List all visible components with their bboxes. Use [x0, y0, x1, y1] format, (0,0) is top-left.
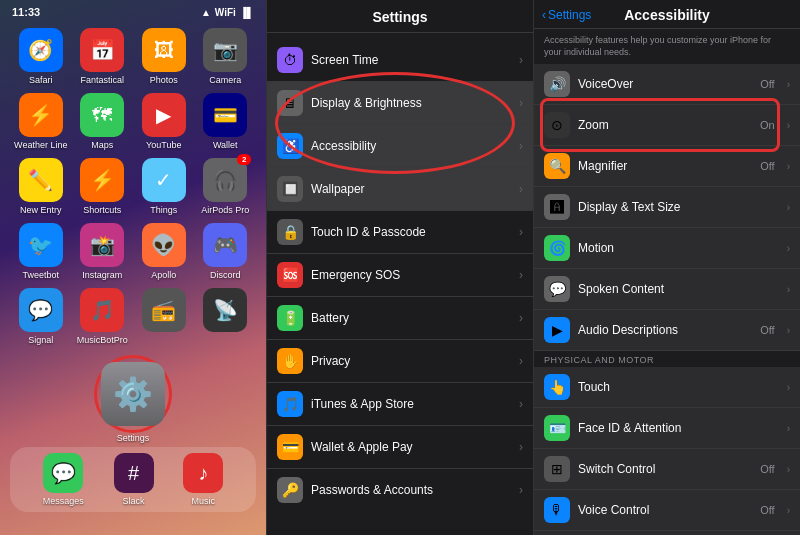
app-icon[interactable]: ⚡ Shortcuts: [76, 158, 130, 215]
row-icon: ✋: [277, 348, 303, 374]
dock-app-icon[interactable]: 💬 Messages: [43, 453, 84, 506]
accessibility-row[interactable]: 🔍 Magnifier Off ›: [534, 146, 800, 187]
app-icon[interactable]: ✏️ New Entry: [14, 158, 68, 215]
row-arrow-icon: ›: [519, 53, 523, 67]
app-label: Wallet: [213, 140, 238, 150]
time-display: 11:33: [12, 6, 40, 18]
dock-app-icon[interactable]: # Slack: [114, 453, 154, 506]
accessibility-row[interactable]: ▶ Audio Descriptions Off ›: [534, 310, 800, 351]
app-icon-image: ▶: [142, 93, 186, 137]
row-label: Display & Brightness: [311, 96, 511, 110]
acc-physical-row-arrow-icon: ›: [787, 505, 790, 516]
back-chevron-icon: ‹: [542, 8, 546, 22]
app-icon[interactable]: ✓ Things: [137, 158, 191, 215]
app-icon[interactable]: 💳 Wallet: [199, 93, 253, 150]
acc-physical-row-arrow-icon: ›: [787, 464, 790, 475]
app-icon[interactable]: 🎵 MusicBotPro: [76, 288, 130, 345]
row-icon: 🆘: [277, 262, 303, 288]
acc-row-label: Zoom: [578, 118, 752, 132]
acc-physical-row-value: Off: [760, 463, 774, 475]
settings-row[interactable]: 🆘 Emergency SOS ›: [267, 254, 533, 297]
status-icons: ▲ WiFi ▐▌: [201, 7, 254, 18]
settings-row[interactable]: ♿ Accessibility ›: [267, 125, 533, 168]
settings-highlight[interactable]: ⚙️ Settings: [88, 355, 178, 443]
settings-row[interactable]: 💳 Wallet & Apple Pay ›: [267, 426, 533, 469]
app-icon[interactable]: ⚡ Weather Line: [14, 93, 68, 150]
app-icon-image: 💬: [19, 288, 63, 332]
acc-physical-row-icon: ⊞: [544, 456, 570, 482]
app-label: Instagram: [82, 270, 122, 280]
acc-physical-row-icon: 🪪: [544, 415, 570, 441]
app-label: AirPods Pro: [201, 205, 249, 215]
app-icon-image: 🎵: [80, 288, 124, 332]
accessibility-physical-row[interactable]: ⊞ Switch Control Off ›: [534, 449, 800, 490]
accessibility-rows-physical: 👆 Touch › 🪪 Face ID & Attention › ⊞ Swit…: [534, 367, 800, 535]
accessibility-physical-row[interactable]: 👆 Touch ›: [534, 367, 800, 408]
accessibility-description: Accessibility features help you customiz…: [534, 29, 800, 64]
row-icon: 💳: [277, 434, 303, 460]
app-icon[interactable]: 📷 Camera: [199, 28, 253, 85]
acc-physical-row-icon: 👆: [544, 374, 570, 400]
app-label: Tweetbot: [22, 270, 59, 280]
accessibility-row[interactable]: 🔊 VoiceOver Off ›: [534, 64, 800, 105]
app-icon[interactable]: 📅 Fantastical: [76, 28, 130, 85]
acc-row-arrow-icon: ›: [787, 79, 790, 90]
row-arrow-icon: ›: [519, 268, 523, 282]
app-icon-image: 📅: [80, 28, 124, 72]
acc-row-value: On: [760, 119, 775, 131]
accessibility-row[interactable]: ⊙ Zoom On ›: [534, 105, 800, 146]
app-icon[interactable]: 🎧 2 AirPods Pro: [199, 158, 253, 215]
row-arrow-icon: ›: [519, 139, 523, 153]
app-label: Apollo: [151, 270, 176, 280]
accessibility-row[interactable]: 🌀 Motion ›: [534, 228, 800, 269]
app-label: MusicBotPro: [77, 335, 128, 345]
settings-row[interactable]: ⏱ Screen Time ›: [267, 39, 533, 82]
app-icon[interactable]: 👽 Apollo: [137, 223, 191, 280]
dock-app-label: Slack: [123, 496, 145, 506]
app-icon[interactable]: 🖼 Photos: [137, 28, 191, 85]
app-icon[interactable]: 🧭 Safari: [14, 28, 68, 85]
row-icon: ♿: [277, 133, 303, 159]
accessibility-row[interactable]: 💬 Spoken Content ›: [534, 269, 800, 310]
acc-row-icon: 🔊: [544, 71, 570, 97]
app-icon[interactable]: 💬 Signal: [14, 288, 68, 345]
row-label: Accessibility: [311, 139, 511, 153]
back-button[interactable]: ‹ Settings: [542, 8, 591, 22]
settings-panel: Settings ⏱ Screen Time › 🖥 Display & Bri…: [266, 0, 533, 535]
accessibility-physical-row[interactable]: ⬜ Side Button ›: [534, 531, 800, 535]
acc-row-value: Off: [760, 160, 774, 172]
row-label: Screen Time: [311, 53, 511, 67]
settings-row[interactable]: ✋ Privacy ›: [267, 340, 533, 383]
settings-row[interactable]: 🔲 Wallpaper ›: [267, 168, 533, 211]
acc-row-icon: ▶: [544, 317, 570, 343]
row-arrow-icon: ›: [519, 354, 523, 368]
app-icon[interactable]: 🐦 Tweetbot: [14, 223, 68, 280]
app-icon-image: ✓: [142, 158, 186, 202]
acc-row-label: Motion: [578, 241, 779, 255]
battery-icon: ▐▌: [240, 7, 254, 18]
acc-row-arrow-icon: ›: [787, 161, 790, 172]
app-icon[interactable]: 📸 Instagram: [76, 223, 130, 280]
app-icon[interactable]: ▶ YouTube: [137, 93, 191, 150]
dock-icon-image: ♪: [183, 453, 223, 493]
row-icon: 🔑: [277, 477, 303, 503]
back-label: Settings: [548, 8, 591, 22]
app-icon[interactable]: 🗺 Maps: [76, 93, 130, 150]
settings-row[interactable]: 🔒 Touch ID & Passcode ›: [267, 211, 533, 254]
accessibility-physical-row[interactable]: 🪪 Face ID & Attention ›: [534, 408, 800, 449]
settings-row[interactable]: 🔑 Passwords & Accounts ›: [267, 469, 533, 511]
settings-row[interactable]: 🎵 iTunes & App Store ›: [267, 383, 533, 426]
row-icon: 🎵: [277, 391, 303, 417]
dock-app-icon[interactable]: ♪ Music: [183, 453, 223, 506]
settings-row[interactable]: 🔋 Battery ›: [267, 297, 533, 340]
accessibility-nav-bar: ‹ Settings Accessibility: [534, 0, 800, 29]
settings-row[interactable]: 🖥 Display & Brightness ›: [267, 82, 533, 125]
settings-nav-bar: Settings: [267, 0, 533, 33]
acc-physical-row-icon: 🎙: [544, 497, 570, 523]
app-icon[interactable]: 📡: [199, 288, 253, 345]
accessibility-row[interactable]: 🅰 Display & Text Size ›: [534, 187, 800, 228]
app-label: Shortcuts: [83, 205, 121, 215]
app-icon[interactable]: 📻: [137, 288, 191, 345]
accessibility-physical-row[interactable]: 🎙 Voice Control Off ›: [534, 490, 800, 531]
app-icon[interactable]: 🎮 Discord: [199, 223, 253, 280]
